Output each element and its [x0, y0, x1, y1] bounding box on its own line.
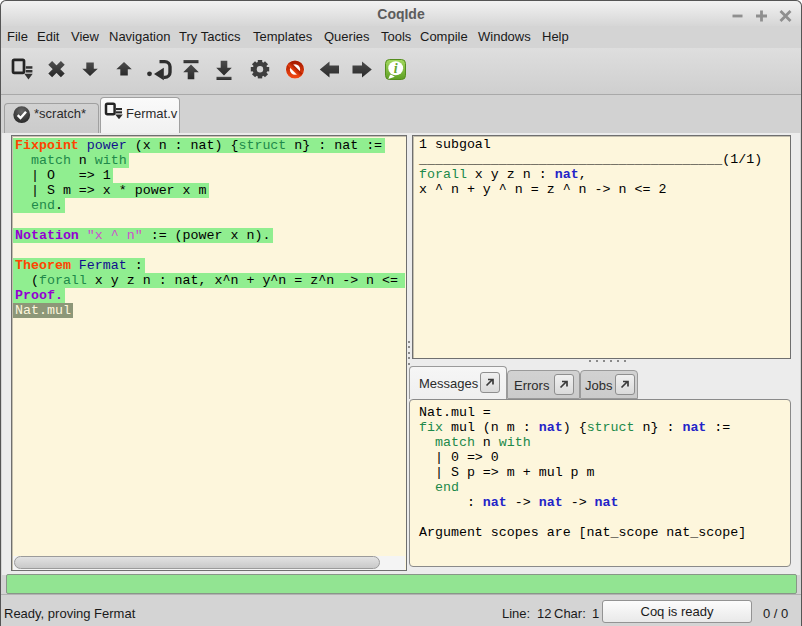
svg-text:i: i [394, 61, 398, 76]
